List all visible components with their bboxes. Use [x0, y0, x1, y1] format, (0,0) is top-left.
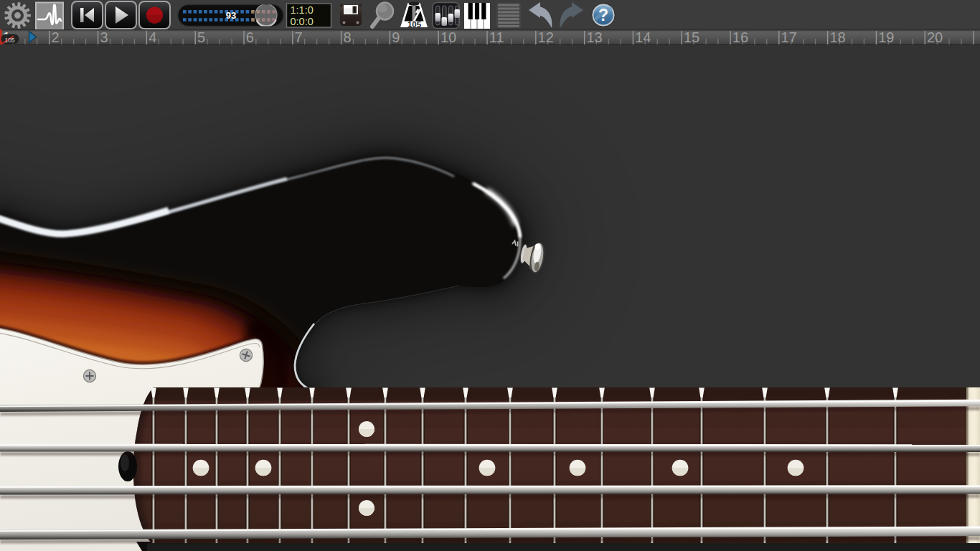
svg-text:15: 15: [684, 29, 699, 45]
svg-text:9: 9: [392, 29, 400, 45]
svg-text:19: 19: [878, 29, 894, 45]
svg-text:4: 4: [149, 29, 156, 45]
svg-text:0:0:0: 0:0:0: [291, 16, 314, 27]
svg-text:12: 12: [538, 29, 554, 45]
svg-text:10: 10: [440, 29, 456, 45]
svg-text:?: ?: [598, 6, 608, 24]
svg-text:13: 13: [586, 29, 602, 45]
svg-text:18: 18: [829, 29, 845, 45]
svg-text:93: 93: [226, 10, 236, 21]
svg-text:1:1:0: 1:1:0: [291, 4, 314, 16]
svg-text:105: 105: [407, 20, 422, 29]
svg-text:2: 2: [52, 29, 60, 45]
svg-text:16: 16: [732, 29, 748, 45]
svg-text:8: 8: [343, 29, 351, 45]
svg-text:20: 20: [927, 29, 943, 45]
svg-text:3: 3: [100, 29, 108, 45]
svg-text:17: 17: [781, 29, 797, 45]
svg-text:5: 5: [197, 29, 205, 45]
svg-text:105: 105: [4, 37, 14, 44]
svg-text:14: 14: [635, 29, 651, 45]
svg-text:6: 6: [246, 29, 254, 45]
svg-text:7: 7: [295, 29, 303, 45]
svg-text:11: 11: [489, 29, 504, 45]
